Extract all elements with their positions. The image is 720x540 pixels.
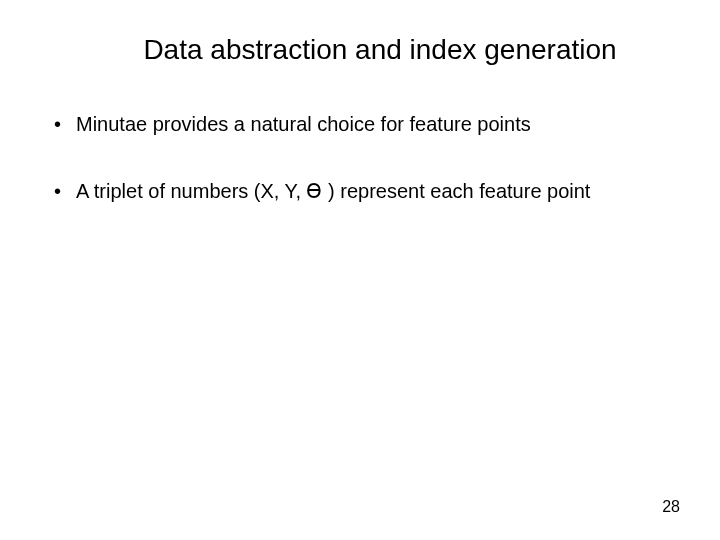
bullet-item: A triplet of numbers (X, Y, Ө ) represen… [48, 179, 672, 204]
slide-container: Data abstraction and index generation Mi… [0, 0, 720, 540]
bullet-item: Minutae provides a natural choice for fe… [48, 112, 672, 137]
bullet-list: Minutae provides a natural choice for fe… [48, 112, 672, 204]
slide-title: Data abstraction and index generation [48, 34, 672, 66]
page-number: 28 [662, 498, 680, 516]
